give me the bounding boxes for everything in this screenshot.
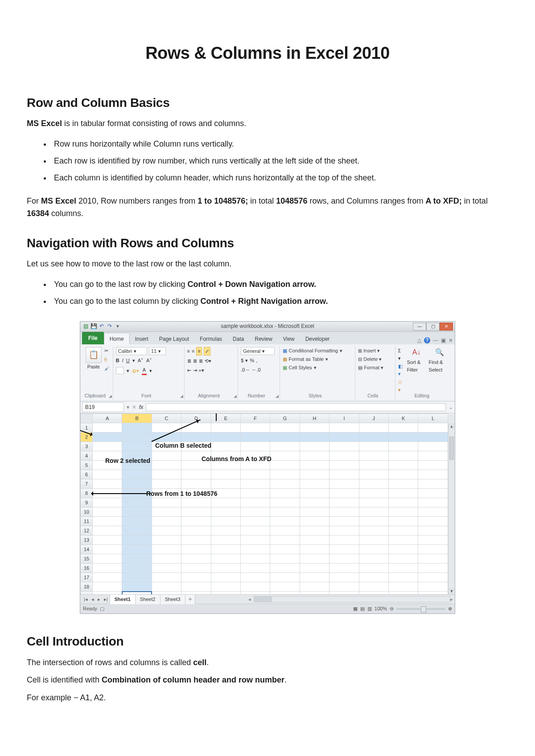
scroll-down-icon[interactable]: ▼	[449, 588, 455, 594]
cell[interactable]	[359, 564, 388, 573]
cell[interactable]	[389, 489, 418, 498]
column-header[interactable]: J	[359, 414, 388, 423]
cell[interactable]	[152, 535, 181, 545]
cell[interactable]	[181, 507, 211, 517]
align-middle-icon[interactable]: ≡	[192, 347, 194, 355]
tab-view[interactable]: View	[278, 333, 300, 345]
cell[interactable]	[241, 554, 270, 564]
cell[interactable]	[359, 479, 388, 489]
cell[interactable]	[359, 498, 388, 507]
cell[interactable]	[122, 479, 152, 489]
column-header[interactable]: G	[270, 414, 300, 423]
cell[interactable]	[93, 545, 122, 554]
tab-data[interactable]: Data	[227, 333, 249, 345]
horizontal-scrollbar[interactable]	[254, 596, 450, 602]
cell[interactable]	[241, 498, 270, 507]
cell[interactable]	[300, 535, 329, 545]
column-header[interactable]: E	[211, 414, 240, 423]
row-header[interactable]: 7	[81, 479, 93, 489]
cell[interactable]	[93, 507, 122, 517]
cell[interactable]	[122, 461, 152, 470]
cell[interactable]	[211, 554, 240, 564]
number-format-select[interactable]: General▾	[241, 347, 275, 355]
dialog-launcher-icon[interactable]: ◢	[276, 393, 279, 400]
cell[interactable]	[152, 451, 181, 461]
cell[interactable]	[211, 433, 240, 442]
cell[interactable]	[211, 442, 240, 451]
cell[interactable]	[241, 507, 270, 517]
cell[interactable]	[300, 526, 329, 535]
cell[interactable]	[270, 489, 300, 498]
cell[interactable]	[241, 461, 270, 470]
cell[interactable]	[300, 498, 329, 507]
cell[interactable]	[152, 433, 181, 442]
dialog-launcher-icon[interactable]: ◢	[234, 393, 237, 400]
cell[interactable]	[122, 535, 152, 545]
cell[interactable]	[418, 592, 448, 595]
cell[interactable]	[329, 433, 359, 442]
hscroll-right-icon[interactable]: ▸	[450, 596, 453, 603]
cell[interactable]	[122, 545, 152, 554]
cell[interactable]	[93, 526, 122, 535]
find-select-icon[interactable]: 🔍	[435, 347, 444, 358]
underline-button[interactable]: U	[126, 357, 130, 364]
decrease-decimal-icon[interactable]: ←.0	[251, 366, 260, 374]
column-header[interactable]: D	[181, 414, 211, 423]
cell[interactable]	[270, 470, 300, 479]
wrap-text-button[interactable]: ≡	[196, 347, 202, 356]
cell[interactable]	[389, 451, 418, 461]
cell[interactable]	[270, 451, 300, 461]
cell[interactable]	[270, 545, 300, 554]
row-header[interactable]: 16	[81, 564, 93, 573]
cell[interactable]	[181, 582, 211, 592]
cell[interactable]	[329, 545, 359, 554]
cell[interactable]	[270, 507, 300, 517]
cell[interactable]	[211, 479, 240, 489]
tab-insert[interactable]: Insert	[130, 333, 154, 345]
cell[interactable]	[418, 564, 448, 573]
align-left-icon[interactable]: ≣	[187, 357, 191, 365]
cell[interactable]	[389, 433, 418, 442]
insert-cells-button[interactable]: ⊞ Insert ▾	[358, 347, 380, 355]
column-header[interactable]: C	[152, 414, 181, 423]
delete-cells-button[interactable]: ⊟ Delete ▾	[358, 356, 382, 363]
cell[interactable]	[241, 479, 270, 489]
cell[interactable]	[418, 517, 448, 526]
font-name-select[interactable]: Calibri▾	[116, 347, 147, 355]
cell[interactable]	[270, 479, 300, 489]
cell[interactable]	[241, 564, 270, 573]
row-header[interactable]: 13	[81, 535, 93, 545]
decrease-font-icon[interactable]: A˅	[146, 357, 152, 364]
cell[interactable]	[93, 423, 122, 433]
cell[interactable]	[152, 423, 181, 433]
cell[interactable]	[418, 451, 448, 461]
cell[interactable]	[152, 592, 181, 595]
cell[interactable]	[93, 517, 122, 526]
cell[interactable]	[418, 526, 448, 535]
macro-record-icon[interactable]: ▢	[100, 605, 104, 613]
cell[interactable]	[300, 554, 329, 564]
cell[interactable]	[359, 442, 388, 451]
cell[interactable]	[270, 582, 300, 592]
cell[interactable]	[329, 535, 359, 545]
cell[interactable]	[389, 545, 418, 554]
cell[interactable]	[181, 517, 211, 526]
cell[interactable]	[329, 451, 359, 461]
cell[interactable]	[181, 479, 211, 489]
cell[interactable]	[211, 582, 240, 592]
cell[interactable]	[181, 470, 211, 479]
sheet-next-icon[interactable]: ▸	[96, 596, 102, 603]
cell[interactable]	[211, 461, 240, 470]
cell[interactable]	[329, 592, 359, 595]
cell[interactable]	[300, 592, 329, 595]
doc-minimize-icon[interactable]: —	[433, 336, 438, 345]
cell[interactable]	[359, 573, 388, 582]
cell[interactable]	[359, 545, 388, 554]
cell[interactable]	[300, 479, 329, 489]
cell[interactable]	[270, 423, 300, 433]
cell[interactable]	[300, 573, 329, 582]
column-header[interactable]: B	[122, 414, 152, 423]
cell[interactable]	[211, 545, 240, 554]
comma-icon[interactable]: ,	[256, 357, 257, 364]
cell[interactable]	[152, 564, 181, 573]
